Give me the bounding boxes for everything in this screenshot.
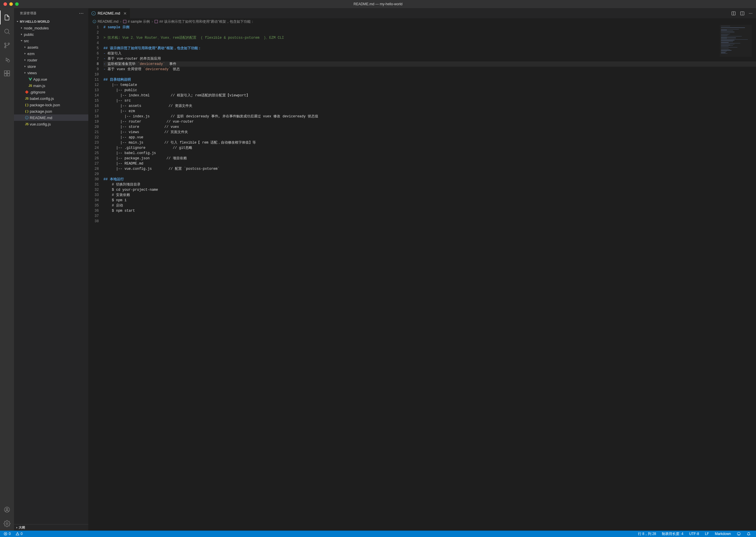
status-language[interactable]: Markdown bbox=[714, 532, 732, 536]
tree-item-label: store bbox=[27, 64, 36, 69]
tree-item-vue-config-js[interactable]: JSvue.config.js bbox=[14, 121, 88, 127]
window-title: README.md — my-hello-world bbox=[354, 2, 402, 6]
svg-point-3 bbox=[8, 43, 10, 45]
tree-item-views[interactable]: views bbox=[14, 69, 88, 76]
svg-point-0 bbox=[5, 29, 9, 33]
files-icon bbox=[4, 14, 11, 21]
window-minimize-button[interactable] bbox=[9, 2, 13, 6]
tree-item-package-json[interactable]: { }package.json bbox=[14, 108, 88, 114]
sidebar-more-icon[interactable]: ⋯ bbox=[79, 11, 84, 16]
tree-item-label: package.json bbox=[30, 109, 52, 113]
project-section-header[interactable]: MY-HELLO-WORLD bbox=[14, 18, 88, 25]
breadcrumbs[interactable]: README.md › # sample 示例 › ## 该示例示范了如何引用和… bbox=[88, 18, 756, 25]
chevron-icon bbox=[19, 39, 24, 43]
warning-icon bbox=[16, 532, 20, 536]
status-errors[interactable]: 0 bbox=[2, 532, 12, 536]
tab-more-icon[interactable]: ⋯ bbox=[749, 11, 752, 16]
tree-item-assets[interactable]: assets bbox=[14, 44, 88, 50]
file-icon bbox=[27, 77, 33, 82]
status-warnings[interactable]: 0 bbox=[14, 532, 24, 536]
activity-bar bbox=[0, 8, 14, 531]
code-content[interactable]: # sample 示例 > 技术栈: Vue 2、Vue Router、Vuex… bbox=[104, 25, 756, 531]
outline-label: 大纲 bbox=[19, 525, 25, 530]
activity-explorer[interactable] bbox=[0, 11, 14, 24]
sidebar-title: 资源管理器 bbox=[20, 11, 37, 16]
tree-item-app-vue[interactable]: App.vue bbox=[14, 76, 88, 82]
open-preview-icon[interactable] bbox=[731, 11, 736, 16]
tree-item-label: package-lock.json bbox=[30, 103, 60, 107]
split-editor-icon[interactable] bbox=[740, 11, 745, 16]
tree-item-label: router bbox=[27, 58, 37, 62]
activity-source-control[interactable] bbox=[0, 38, 14, 53]
status-feedback-icon[interactable] bbox=[735, 532, 742, 536]
heading-icon bbox=[123, 20, 126, 23]
editor-tabs: README.md ⋯ bbox=[88, 8, 756, 18]
status-encoding[interactable]: UTF-8 bbox=[688, 532, 700, 536]
svg-point-5 bbox=[7, 60, 10, 62]
chevron-icon bbox=[23, 52, 27, 55]
status-cursor-position[interactable]: 行 8，列 28 bbox=[637, 531, 657, 536]
activity-debug[interactable] bbox=[0, 53, 14, 66]
file-tree: node_modulespublicsrcassetsezmrouterstor… bbox=[14, 25, 88, 524]
tree-item-public[interactable]: public bbox=[14, 31, 88, 38]
activity-settings[interactable] bbox=[0, 516, 14, 531]
tree-item-label: babel.config.js bbox=[30, 97, 54, 101]
svg-rect-7 bbox=[4, 74, 7, 76]
tree-item-src[interactable]: src bbox=[14, 38, 88, 44]
editor-body[interactable]: 1234567891011121314151617181920212223242… bbox=[88, 25, 756, 531]
tree-item-label: ezm bbox=[27, 52, 35, 56]
tree-item-router[interactable]: router bbox=[14, 57, 88, 63]
tree-item-node-modules[interactable]: node_modules bbox=[14, 25, 88, 31]
status-eol[interactable]: LF bbox=[704, 532, 710, 536]
chevron-right-icon bbox=[15, 526, 19, 529]
project-name: MY-HELLO-WORLD bbox=[20, 20, 50, 23]
tab-label: README.md bbox=[98, 11, 120, 16]
git-branch-icon bbox=[4, 42, 11, 49]
tree-item-package-lock-json[interactable]: { }package-lock.json bbox=[14, 102, 88, 108]
error-icon bbox=[4, 532, 8, 536]
chevron-icon bbox=[23, 58, 27, 62]
file-icon: { } bbox=[24, 109, 30, 113]
svg-rect-9 bbox=[7, 71, 10, 73]
activity-extensions[interactable] bbox=[0, 66, 14, 80]
tree-item-label: public bbox=[24, 32, 34, 37]
tree-item-main-js[interactable]: JSmain.js bbox=[14, 82, 88, 89]
tree-item-ezm[interactable]: ezm bbox=[14, 50, 88, 57]
file-icon: JS bbox=[24, 97, 30, 100]
tree-item-store[interactable]: store bbox=[14, 63, 88, 69]
info-icon bbox=[91, 11, 96, 16]
tree-item-label: views bbox=[27, 71, 37, 75]
tree-item-readme-md[interactable]: README.md bbox=[14, 114, 88, 121]
chevron-down-icon bbox=[15, 20, 20, 23]
activity-search[interactable] bbox=[0, 24, 14, 38]
svg-point-1 bbox=[5, 43, 6, 45]
svg-rect-6 bbox=[4, 71, 7, 73]
chevron-icon bbox=[23, 71, 27, 74]
window-close-button[interactable] bbox=[4, 2, 7, 6]
titlebar: README.md — my-hello-world bbox=[0, 0, 756, 8]
tree-item-label: App.vue bbox=[33, 77, 47, 82]
minimap[interactable] bbox=[720, 25, 752, 57]
chevron-icon bbox=[23, 65, 27, 68]
account-icon bbox=[4, 506, 11, 513]
tab-readme[interactable]: README.md bbox=[88, 8, 130, 18]
breadcrumb-item[interactable]: # sample 示例 bbox=[128, 19, 150, 24]
breadcrumb-item[interactable]: README.md bbox=[98, 20, 118, 23]
breadcrumb-item[interactable]: ## 该示例示范了如何引用和使用"易动"框架，包含如下功能： bbox=[159, 19, 254, 24]
chevron-icon bbox=[19, 26, 24, 30]
chevron-icon bbox=[23, 45, 27, 49]
tree-item--gitignore[interactable]: .gitignore bbox=[14, 89, 88, 95]
activity-accounts[interactable] bbox=[0, 503, 14, 516]
close-icon[interactable] bbox=[123, 11, 127, 16]
tree-item-label: node_modules bbox=[24, 26, 49, 30]
status-bell-icon[interactable] bbox=[745, 532, 752, 536]
file-icon: JS bbox=[24, 123, 30, 126]
tree-item-babel-config-js[interactable]: JSbabel.config.js bbox=[14, 95, 88, 102]
extensions-icon bbox=[4, 70, 11, 77]
gear-icon bbox=[4, 520, 11, 527]
info-icon bbox=[92, 20, 97, 23]
outline-section-header[interactable]: 大纲 bbox=[14, 524, 88, 531]
tree-item-label: README.md bbox=[30, 116, 52, 120]
status-tab-size[interactable]: 制表符长度: 4 bbox=[661, 531, 684, 536]
window-maximize-button[interactable] bbox=[15, 2, 19, 6]
